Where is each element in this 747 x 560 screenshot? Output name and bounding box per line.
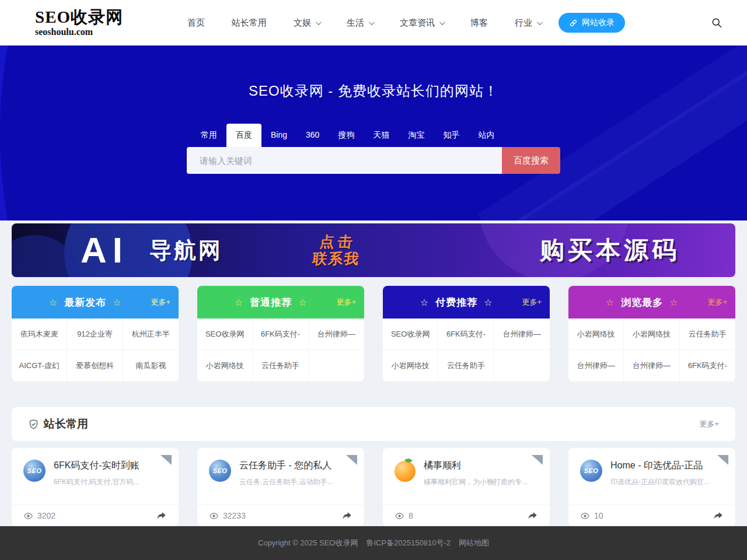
hero-search-bar: 百度搜索 [187,147,560,174]
board-item-link[interactable]: 台州律师— [568,350,624,382]
star-icon: ☆ [606,297,615,308]
tab-tmall[interactable]: 天猫 [364,124,399,147]
nav-item-entertainment[interactable]: 文娱 [294,18,320,29]
board-item-link[interactable]: 小岩网络技 [197,350,253,382]
board-item-link[interactable]: 912企业寄 [67,318,123,350]
tab-360[interactable]: 360 [296,124,329,147]
share-button[interactable] [156,510,167,521]
nav-item-label: 文娱 [294,18,311,29]
board-title: 普通推荐 [250,296,292,309]
chevron-down-icon [439,19,445,25]
board-item-link[interactable]: 6FK码支付- [253,318,308,350]
board-item-link[interactable]: 杭州正丰半 [123,318,179,350]
board-item-link[interactable]: SEO收录网 [383,318,438,350]
tab-zhannei[interactable]: 站内 [469,124,504,147]
board-more-link[interactable]: 更多+ [707,297,727,307]
site-card-yinxuan[interactable]: SEO Home - 印选优品-正品 印选优品-正品印度双效代购官... 10 [568,448,735,526]
tab-sogou[interactable]: 搜狗 [329,124,364,147]
nav-item-blog[interactable]: 博客 [470,18,488,29]
board-item-link[interactable]: 台州律师— [624,350,679,382]
section-title-text: 站长常用 [44,416,88,432]
tab-bing[interactable]: Bing [261,124,296,147]
board-more-link[interactable]: 更多+ [522,297,542,307]
board-item-link[interactable]: 南瓜影视 [123,350,179,382]
site-submit-button[interactable]: 网站收录 [558,13,625,33]
nav-item-label: 首页 [187,18,205,29]
card-top: SEO Home - 印选优品-正品 印选优品-正品印度双效代购官... [568,448,735,487]
banner-buy-text: 购买本源码 [540,234,680,267]
nav-item-label: 行业 [515,18,532,29]
board-item-link[interactable]: AICGT-虚幻 [12,350,67,382]
view-count-value: 8 [409,511,413,520]
site-card-6fk[interactable]: SEO 6FK码支付-实时到账 6FK码支付,码支付,官方码... 3202 [12,448,179,526]
search-engine-tabs: 常用 百度 Bing 360 搜狗 天猫 淘宝 知乎 站内 [187,124,560,147]
view-count-value: 32233 [223,511,246,520]
eye-icon [23,511,33,521]
site-card-cloud-task[interactable]: SEO 云任务助手 - 您的私人 云任务,云任务助手,运动助手... 32233 [197,448,364,526]
board-item-link[interactable]: 6FK码支付- [438,318,494,350]
view-count: 3202 [23,511,55,521]
tab-changyong[interactable]: 常用 [191,124,226,147]
card-text: 橘事顺利 橘事顺利官网，为小鞠打造的专... [424,460,528,487]
board-item-link[interactable]: 云任务助手 [253,350,308,382]
baidu-search-button[interactable]: 百度搜索 [502,147,560,174]
link-icon [569,19,578,27]
eye-icon [209,511,219,521]
board-item-link[interactable]: 小岩网络技 [383,350,438,382]
site-card-jushi[interactable]: 橘事顺利 橘事顺利官网，为小鞠打造的专... 8 [383,448,550,526]
board-more-link[interactable]: 更多+ [336,297,356,307]
site-logo[interactable]: SEO收录网 seoshoulu.com [35,8,123,37]
board-more-link[interactable]: 更多+ [151,297,170,307]
sitemap-link[interactable]: 网站地图 [459,538,489,548]
nav-item-label: 博客 [470,18,488,29]
navbar-search-button[interactable] [711,17,722,29]
board-item-link[interactable]: 6FK码支付- [680,350,735,382]
board-item-link[interactable]: 爱慕创想科 [67,350,123,382]
board-item-link[interactable]: 云任务助手 [438,350,494,382]
nav-item-industry[interactable]: 行业 [515,18,541,29]
nav-item-label: 生活 [347,18,364,29]
board-item-link[interactable]: SEO收录网 [197,318,253,350]
board-title-group: ☆ 付费推荐 ☆ [391,296,522,309]
tab-baidu[interactable]: 百度 [226,124,261,147]
star-icon: ☆ [420,297,429,308]
share-button[interactable] [528,510,538,521]
board-item-link[interactable]: 台州律师— [309,318,364,350]
corner-ribbon-icon [346,455,357,465]
card-footer: 32233 [197,505,364,526]
nav-item-webmaster-tools[interactable]: 站长常用 [232,18,267,29]
nav-item-home[interactable]: 首页 [187,18,205,29]
search-icon [711,17,722,29]
ad-banner[interactable]: AI 导航网 点击 联系我 购买本源码 [12,223,735,277]
section-title: 站长常用 [28,416,88,432]
card-top: SEO 6FK码支付-实时到账 6FK码支付,码支付,官方码... [12,448,179,487]
board-item-link[interactable]: 台州律师— [494,318,550,350]
share-button[interactable] [342,510,352,521]
board-item-link[interactable]: 小岩网络技 [624,318,679,350]
board-items: 小岩网络技 小岩网络技 云任务助手 台州律师— 台州律师— 6FK码支付- [568,318,735,382]
hero-banner: SEO收录网 - 免费收录站长们的网站！ 常用 百度 Bing 360 搜狗 天… [0,46,747,220]
copyright-text: Copyright © 2025 SEO收录网 [258,538,358,548]
corner-ribbon-icon [532,455,543,465]
card-footer: 8 [383,505,550,526]
keyword-input[interactable] [187,147,502,174]
chevron-down-icon [316,19,322,25]
view-count: 10 [580,511,603,521]
section-more-link[interactable]: 更多+ [699,419,719,429]
banner-contact-text: 点击 联系我 [312,233,362,267]
nav-item-life[interactable]: 生活 [347,18,373,29]
logo-domain: seoshoulu.com [35,27,123,37]
tab-zhihu[interactable]: 知乎 [434,124,469,147]
board-item-link[interactable]: 小岩网络技 [568,318,624,350]
board-items: SEO收录网 6FK码支付- 台州律师— 小岩网络技 云任务助手 [383,318,550,382]
board-latest-header: ☆ 最新发布 ☆ 更多+ [12,286,179,318]
board-item-link[interactable]: 云任务助手 [680,318,735,350]
nav-item-label: 文章资讯 [400,18,435,29]
nav-item-articles[interactable]: 文章资讯 [400,18,444,29]
share-button[interactable] [713,510,724,521]
ranking-boards: ☆ 最新发布 ☆ 更多+ 依玛木麦麦 912企业寄 杭州正丰半 AICGT-虚幻… [12,286,735,382]
board-item-link[interactable]: 依玛木麦麦 [12,318,67,350]
tab-taobao[interactable]: 淘宝 [399,124,434,147]
orange-fruit-icon [395,461,416,482]
webmaster-tools-section-header: 站长常用 更多+ [12,407,735,441]
